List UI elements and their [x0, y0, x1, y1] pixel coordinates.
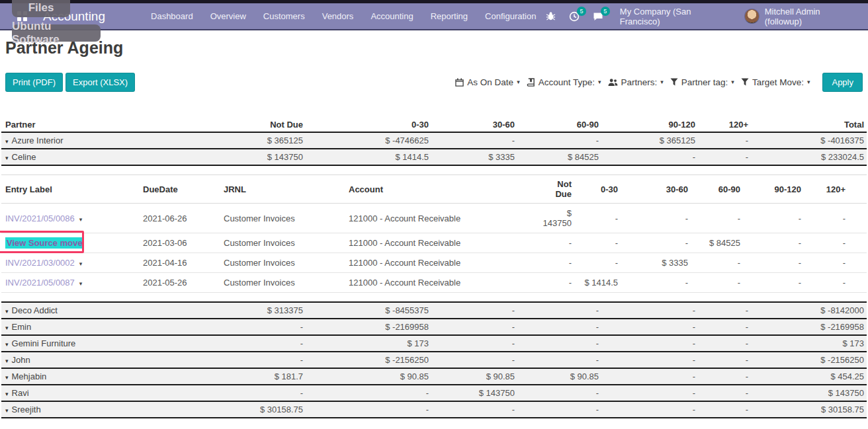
amount-cell: - [743, 204, 804, 233]
amount-cell: - [574, 253, 621, 273]
partner-name: Deco Addict [12, 305, 58, 315]
filter-as-on-date[interactable]: As On Date ▾ [453, 77, 521, 87]
amount-cell: - [743, 253, 804, 273]
amount-cell: $ -4746625 [306, 132, 431, 149]
apply-button[interactable]: Apply [822, 73, 863, 92]
calendar-icon [455, 78, 464, 87]
partner-name-cell[interactable]: ▾Sreejith [1, 401, 187, 418]
amount-cell: - [691, 253, 743, 273]
detail-header-row: Entry Label DueDate JRNL Account Not Due… [1, 175, 867, 204]
partner-name-cell[interactable]: ▾Mehjabin [1, 368, 187, 385]
entry-label-cell: INV/2021/05/0086▾ [1, 204, 140, 233]
col-30-60: 30-60 [431, 118, 517, 132]
users-icon [608, 78, 618, 87]
company-switcher[interactable]: My Company (San Francisco) [620, 7, 732, 26]
partner-row: ▾Mehjabin $ 181.7 $ 90.85 $ 90.85 $ 90.8… [1, 368, 867, 385]
col-not-due: Not Due [187, 118, 306, 132]
amount-cell: - [574, 233, 621, 253]
collapse-caret-icon: ▾ [5, 358, 9, 364]
amount-cell: - [601, 149, 698, 165]
collapse-caret-icon: ▾ [5, 391, 9, 397]
col-120plus: 120+ [698, 118, 751, 132]
partner-name: Azure Interior [12, 136, 64, 145]
partner-name: John [12, 355, 30, 365]
entry-link[interactable]: INV/2021/05/0086 [5, 214, 75, 223]
journal-cell: Customer Invoices [221, 253, 346, 273]
collapse-caret-icon: ▾ [5, 407, 9, 414]
filter-partners[interactable]: Partners: ▾ [606, 77, 666, 87]
collapse-caret-icon: ▾ [5, 341, 9, 348]
activity-count-badge: 5 [577, 7, 586, 16]
filter-partner-tag[interactable]: Partner tag: ▾ [668, 77, 736, 87]
amount-cell: $ 313375 [187, 302, 306, 319]
amount-cell: - [691, 204, 743, 233]
partner-name-cell[interactable]: ▾Emin [1, 319, 187, 335]
messages-chat-icon[interactable]: 5 [592, 11, 604, 22]
activities-clock-icon[interactable]: 5 [568, 11, 580, 22]
menu-overview[interactable]: Overview [202, 3, 255, 30]
col-entry-label: Entry Label [1, 175, 140, 204]
entry-label-cell: INV/2021/03/0002▾ [1, 253, 140, 273]
due-date-cell: 2021-05-26 [140, 273, 221, 293]
entry-row-highlighted: View Source move 2021-03-06 Customer Inv… [1, 233, 867, 253]
menu-reporting[interactable]: Reporting [422, 3, 476, 30]
partner-row: ▾Azure Interior $ 365125 $ -4746625 - - … [1, 132, 867, 149]
partner-name-cell[interactable]: ▾Gemini Furniture [1, 335, 187, 352]
user-menu[interactable]: Mitchell Admin (followup) [744, 7, 859, 26]
amount-cell: - [743, 273, 804, 293]
amount-cell: - [698, 401, 751, 418]
entry-detail-table: Entry Label DueDate JRNL Account Not Due… [1, 175, 867, 293]
partner-name-cell[interactable]: ▾Celine [1, 149, 187, 165]
amount-cell: $ 173 [306, 335, 431, 352]
export-xlsx-button[interactable]: Export (XLSX) [65, 73, 135, 92]
amount-cell: - [601, 401, 698, 418]
menu-dashboard[interactable]: Dashboard [142, 3, 202, 30]
view-source-move-link[interactable]: View Source move [5, 237, 84, 249]
debug-bug-icon[interactable] [544, 11, 556, 22]
due-date-cell: 2021-03-06 [140, 233, 221, 253]
entry-link[interactable]: INV/2021/05/0087 [5, 278, 75, 288]
collapse-caret-icon: ▾ [5, 374, 9, 381]
main-menu: Dashboard Overview Customers Vendors Acc… [142, 3, 544, 30]
entry-row: INV/2021/05/0086▾ 2021-06-26 Customer In… [1, 204, 867, 233]
due-date-cell: 2021-06-26 [140, 204, 221, 233]
chevron-down-icon[interactable]: ▾ [79, 280, 83, 287]
entry-link[interactable]: INV/2021/03/0002 [5, 258, 75, 268]
amount-cell: - [601, 319, 698, 335]
menu-vendors[interactable]: Vendors [314, 3, 363, 30]
filter-bar: As On Date ▾ Account Type: ▾ Partners: ▾… [453, 73, 863, 92]
col-total: Total [751, 118, 867, 132]
amount-cell: - [698, 368, 751, 385]
col-90-120: 90-120 [601, 118, 698, 132]
chevron-down-icon[interactable]: ▾ [79, 260, 83, 267]
partner-name-cell[interactable]: ▾John [1, 352, 187, 368]
amount-cell: - [621, 204, 691, 233]
col-30-60: 30-60 [621, 175, 691, 204]
amount-cell: - [538, 273, 574, 293]
amount-cell: - [431, 132, 517, 149]
amount-cell: $ -2169958 [306, 319, 431, 335]
amount-cell: - [601, 385, 698, 401]
chevron-down-icon[interactable]: ▾ [79, 216, 83, 223]
filter-target-move[interactable]: Target Move: ▾ [739, 77, 812, 87]
book-icon [527, 78, 535, 87]
menu-accounting[interactable]: Accounting [362, 3, 421, 30]
journal-cell: Customer Invoices [221, 204, 346, 233]
partner-name-cell[interactable]: ▾Deco Addict [1, 302, 187, 319]
col-0-30: 0-30 [574, 175, 621, 204]
chevron-down-icon: ▾ [660, 79, 664, 85]
print-pdf-button[interactable]: Print (PDF) [5, 73, 63, 92]
partner-name-cell[interactable]: ▾Ravi [1, 385, 187, 401]
amount-cell: - [431, 401, 517, 418]
amount-cell: - [306, 401, 431, 418]
menu-configuration[interactable]: Configuration [476, 3, 544, 30]
amount-cell: - [517, 132, 601, 149]
filter-account-type[interactable]: Account Type: ▾ [525, 77, 603, 87]
amount-cell: $ 454.25 [751, 368, 867, 385]
partner-name-cell[interactable]: ▾Azure Interior [1, 132, 187, 149]
menu-customers[interactable]: Customers [255, 3, 314, 30]
amount-cell: $ 143750 [538, 204, 574, 233]
amount-cell: $ 30158.75 [751, 401, 867, 418]
amount-cell: - [698, 302, 751, 319]
amount-cell: - [306, 385, 431, 401]
